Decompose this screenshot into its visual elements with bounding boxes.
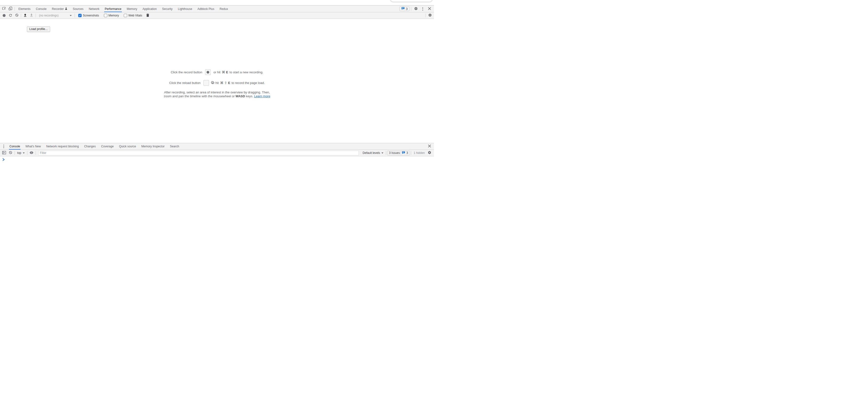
checkbox-box: [124, 14, 127, 17]
tab-label: Sources: [73, 7, 83, 11]
checkbox-box: ✓: [78, 14, 82, 17]
tab-performance[interactable]: Performance: [102, 6, 124, 12]
console-issues-button[interactable]: 3 Issues: 3: [387, 151, 410, 155]
close-icon: [428, 7, 431, 11]
experiment-flask-icon: [65, 7, 67, 11]
toolbar-separator: [74, 13, 75, 18]
save-profile-button[interactable]: [28, 12, 35, 19]
screenshots-checkbox[interactable]: ✓ Screenshots: [78, 14, 99, 17]
toolbar-separator: [386, 151, 386, 155]
tab-console[interactable]: Console: [33, 6, 49, 12]
issues-bubble-icon: [401, 7, 405, 11]
shortcut-key: E: [226, 70, 228, 74]
block-icon: [15, 13, 19, 18]
tab-adblock-plus[interactable]: Adblock Plus: [195, 6, 217, 12]
instruction-text: Click the record button: [171, 70, 203, 74]
drawer-right-controls: [426, 143, 433, 149]
settings-button[interactable]: [413, 6, 419, 12]
chevron-down-icon: [381, 153, 383, 154]
tab-recorder[interactable]: Recorder: [49, 6, 70, 12]
create-live-expression-button[interactable]: [28, 150, 35, 156]
console-sidebar-toggle-button[interactable]: [1, 150, 7, 156]
recordings-select[interactable]: (no recordings): [37, 14, 73, 17]
console-settings-button[interactable]: [426, 150, 433, 156]
drawer-tab-console[interactable]: Console: [7, 143, 23, 149]
log-levels-select[interactable]: Default levels: [361, 151, 385, 155]
garbage-collect-button[interactable]: [145, 12, 151, 19]
checkbox-label: Screenshots: [83, 14, 99, 17]
drawer-tab-search[interactable]: Search: [167, 143, 182, 149]
drawer-tab-coverage[interactable]: Coverage: [98, 143, 116, 149]
close-drawer-button[interactable]: [426, 143, 433, 149]
hint-text: zoom and pan the timeline with the mouse…: [164, 94, 236, 98]
clear-recording-button[interactable]: [13, 12, 20, 19]
tab-sources[interactable]: Sources: [70, 6, 86, 12]
close-devtools-button[interactable]: [426, 6, 433, 12]
tab-application[interactable]: Application: [140, 6, 160, 12]
toolbar-separator: [21, 13, 21, 18]
performance-panel-content: Click the record button or hit ⌘ E to st…: [0, 19, 434, 143]
tab-label: Search: [170, 145, 179, 148]
tab-label: Console: [36, 7, 46, 11]
load-profile-tooltip: Load profile...: [27, 26, 50, 32]
drawer-tab-quick-source[interactable]: Quick source: [116, 143, 138, 149]
cmd-symbol: ⌘: [222, 70, 225, 74]
tab-label: Lighthouse: [178, 7, 192, 11]
tab-label: Coverage: [101, 145, 114, 148]
drawer-menu-button[interactable]: [0, 143, 7, 149]
tab-lighthouse[interactable]: Lighthouse: [175, 6, 195, 12]
drawer-tab-whats-new[interactable]: What's New: [23, 143, 43, 149]
toolbar-separator: [14, 151, 15, 155]
web-vitals-checkbox[interactable]: Web Vitals: [124, 14, 142, 17]
device-toolbar-button[interactable]: [7, 6, 13, 12]
hint-text: keys.: [245, 94, 254, 98]
tab-memory[interactable]: Memory: [124, 6, 140, 12]
memory-checkbox[interactable]: Memory: [104, 14, 119, 17]
tab-label: Application: [143, 7, 157, 11]
checkbox-label: Web Vitals: [128, 14, 142, 17]
issues-counter-button[interactable]: 3: [399, 6, 409, 11]
upload-icon: [24, 13, 27, 18]
toolbar-separator: [27, 151, 27, 155]
tab-security[interactable]: Security: [159, 6, 175, 12]
recordings-select-value: (no recordings): [39, 14, 59, 17]
drawer-tab-network-request-blocking[interactable]: Network request blocking: [43, 143, 82, 149]
tab-label: Redux: [220, 7, 228, 11]
performance-toolbar: (no recordings) ✓ Screenshots Memory Web…: [0, 12, 434, 19]
inspect-element-button[interactable]: [1, 6, 7, 12]
reload-and-record-button[interactable]: [7, 12, 13, 19]
console-filter-input[interactable]: [38, 151, 359, 155]
reload-instruction-line: Click the reload button or hit ⌘ ⇧ E to …: [0, 80, 434, 86]
issues-count: 3: [406, 7, 408, 11]
record-icon: [207, 71, 209, 73]
issues-count: 3: [406, 151, 408, 155]
tab-elements[interactable]: Elements: [16, 6, 33, 12]
inline-reload-button: [204, 80, 209, 86]
capture-settings-button[interactable]: [427, 12, 433, 19]
more-options-button[interactable]: [420, 6, 426, 12]
close-icon: [428, 144, 431, 148]
learn-more-link[interactable]: Learn more: [254, 94, 270, 98]
load-profile-button[interactable]: [22, 12, 28, 19]
tab-network[interactable]: Network: [86, 6, 102, 12]
inline-record-button: [205, 69, 211, 75]
drawer-tab-memory-inspector[interactable]: Memory Inspector: [139, 143, 167, 149]
three-dots-icon: [423, 7, 423, 11]
record-button[interactable]: [1, 12, 7, 19]
hint-text: After recording, select an area of inter…: [164, 91, 270, 94]
clear-console-button[interactable]: [7, 150, 13, 156]
hidden-messages-count: 1 hidden: [412, 151, 426, 155]
instruction-text: Click the reload button: [169, 81, 202, 85]
shortcut-key: E: [228, 81, 230, 85]
main-tab-bar: Elements Console Recorder Sources Networ…: [0, 6, 434, 12]
javascript-context-select[interactable]: top: [16, 151, 26, 155]
tab-redux[interactable]: Redux: [217, 6, 231, 12]
record-instruction-line: Click the record button or hit ⌘ E to st…: [0, 69, 434, 75]
tab-label: Security: [162, 7, 173, 11]
devtools-panel: Elements Console Recorder Sources Networ…: [0, 5, 434, 203]
top-bar-right-controls: 3: [399, 6, 433, 12]
drawer-tab-changes[interactable]: Changes: [82, 143, 98, 149]
chevron-down-icon: [70, 15, 72, 16]
console-messages-area[interactable]: [0, 156, 434, 203]
tab-label: What's New: [25, 145, 41, 148]
